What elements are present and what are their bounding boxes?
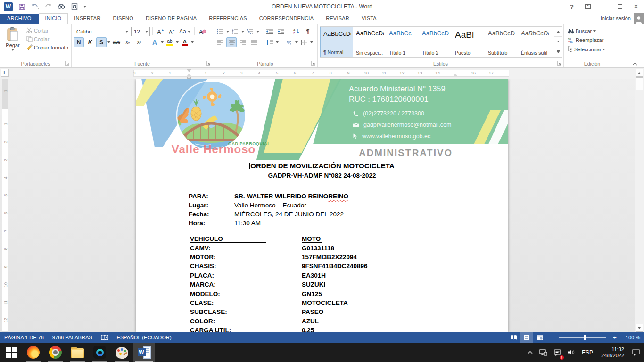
clipboard-dialog-launcher[interactable]: [65, 61, 70, 66]
justify-button[interactable]: [249, 37, 259, 47]
styles-dialog-launcher[interactable]: [557, 61, 562, 66]
cut-button[interactable]: Cortar: [25, 26, 70, 34]
styles-scroll-up[interactable]: [554, 27, 562, 37]
ribbon-tab[interactable]: VISTA: [355, 14, 383, 24]
word-count[interactable]: 9766 PALABRAS: [48, 332, 97, 343]
align-center-button[interactable]: [226, 37, 237, 47]
ribbon-tab[interactable]: REFERENCIAS: [203, 14, 253, 24]
clock[interactable]: 11:32 24/8/2022: [597, 346, 628, 359]
paragraph-dialog-launcher[interactable]: [311, 61, 316, 66]
zoom-in-button[interactable]: +: [611, 332, 619, 343]
style-item[interactable]: AaBbCc Título 1: [386, 27, 419, 57]
taskbar-firefox[interactable]: [22, 343, 44, 362]
bold-button[interactable]: N: [74, 37, 84, 47]
font-size-combo[interactable]: 12: [131, 27, 150, 36]
font-dialog-launcher[interactable]: [206, 61, 212, 66]
user-avatar[interactable]: [634, 13, 644, 24]
print-layout-button[interactable]: [520, 332, 533, 343]
clear-formatting-button[interactable]: A: [197, 26, 207, 36]
taskbar-file-explorer[interactable]: [66, 343, 89, 362]
taskbar-paint[interactable]: [111, 343, 133, 362]
ribbon-tab[interactable]: REVISAR: [320, 14, 355, 24]
style-item[interactable]: AaBbCcDc ¶ Normal: [320, 27, 353, 57]
borders-caret[interactable]: [310, 41, 313, 43]
replace-button[interactable]: abac Reemplazar: [566, 36, 619, 44]
highlight-caret[interactable]: [176, 41, 179, 43]
ribbon-tab[interactable]: INICIO: [39, 13, 68, 24]
italic-button[interactable]: K: [85, 37, 95, 47]
word-app-icon[interactable]: W: [4, 2, 13, 11]
styles-more-button[interactable]: [554, 47, 562, 57]
close-button[interactable]: ×: [628, 0, 644, 13]
language-indicator[interactable]: ESPAÑOL (ECUADOR): [113, 332, 176, 343]
first-line-indent-marker[interactable]: [187, 69, 191, 72]
line-spacing-button[interactable]: [264, 37, 275, 47]
numbering-button[interactable]: 1.2.3.: [230, 26, 240, 36]
sign-in-link[interactable]: Iniciar sesión: [601, 16, 631, 21]
find-button[interactable]: Buscar: [566, 27, 619, 35]
font-name-combo[interactable]: Calibri: [74, 27, 130, 36]
borders-button[interactable]: [299, 37, 309, 47]
taskbar-chrome[interactable]: [44, 343, 66, 362]
ribbon-tab[interactable]: CORRESPONDENCIA: [253, 14, 320, 24]
multilevel-caret[interactable]: [256, 31, 259, 33]
align-right-button[interactable]: [238, 37, 248, 47]
strikethrough-button[interactable]: abc: [111, 37, 122, 47]
subscript-button[interactable]: x₂: [123, 37, 133, 47]
find-icon[interactable]: [57, 2, 66, 11]
text-effects-button[interactable]: A: [149, 37, 160, 47]
taskbar-webex[interactable]: [89, 343, 111, 362]
scrollbar-thumb[interactable]: [636, 77, 643, 90]
zoom-slider-thumb[interactable]: [584, 335, 586, 340]
change-case-button[interactable]: Aa: [178, 26, 192, 36]
keyboard-language[interactable]: ESP: [579, 343, 595, 362]
underline-button[interactable]: S: [96, 37, 107, 47]
ribbon-display-button[interactable]: [580, 0, 596, 13]
numbering-caret[interactable]: [241, 31, 244, 33]
select-button[interactable]: Seleccionar: [566, 45, 619, 53]
scroll-down-button[interactable]: [636, 324, 643, 332]
speaker-icon[interactable]: [565, 343, 578, 362]
line-spacing-caret[interactable]: [276, 41, 279, 43]
show-marks-button[interactable]: ¶: [303, 26, 313, 36]
ribbon-tab[interactable]: DISEÑO: [107, 14, 140, 24]
taskbar-word[interactable]: W: [133, 343, 155, 362]
zoom-slider[interactable]: [559, 337, 606, 338]
customize-qat-icon[interactable]: [83, 6, 86, 8]
text-effects-caret[interactable]: [161, 41, 164, 43]
redo-icon[interactable]: [44, 2, 52, 11]
proofing-status[interactable]: [97, 332, 113, 343]
hanging-indent-marker[interactable]: [187, 74, 191, 76]
style-item[interactable]: AaBbCcDc Sin espaci...: [353, 27, 386, 57]
zoom-out-button[interactable]: –: [547, 332, 554, 343]
format-painter-button[interactable]: Copiar formato: [25, 43, 70, 51]
read-mode-button[interactable]: [507, 332, 520, 343]
paste-button[interactable]: Pegar: [2, 25, 24, 58]
sort-button[interactable]: AZ: [291, 26, 302, 36]
font-color-caret[interactable]: [191, 41, 194, 43]
decrease-indent-button[interactable]: [264, 26, 275, 36]
bullets-button[interactable]: [215, 26, 225, 36]
zoom-percentage[interactable]: 100 %: [619, 335, 640, 340]
scroll-up-button[interactable]: [636, 69, 643, 77]
action-center-icon[interactable]: !: [552, 343, 563, 362]
start-button[interactable]: [0, 343, 22, 362]
multilevel-list-button[interactable]: [245, 26, 256, 36]
print-preview-icon[interactable]: [70, 2, 79, 11]
underline-caret[interactable]: [107, 41, 110, 43]
copy-button[interactable]: Copiar: [25, 35, 70, 43]
minimize-button[interactable]: [596, 0, 612, 13]
web-layout-button[interactable]: [534, 332, 546, 343]
styles-scroll-down[interactable]: [554, 37, 562, 47]
highlight-button[interactable]: ab: [165, 37, 175, 47]
superscript-button[interactable]: x²: [134, 37, 144, 47]
page-indicator[interactable]: PÁGINA 1 DE 76: [0, 332, 48, 343]
vertical-ruler[interactable]: 1 123456789101112: [2, 79, 8, 332]
style-item[interactable]: AaBbCcD Título 2: [419, 27, 452, 57]
vertical-scrollbar[interactable]: [635, 68, 644, 332]
tray-chevron-icon[interactable]: [525, 343, 535, 362]
ribbon-tab[interactable]: ARCHIVO: [0, 14, 39, 24]
style-item[interactable]: AaBbCcD Subtítulo: [485, 27, 518, 57]
bullets-caret[interactable]: [226, 31, 229, 33]
tab-stop-selector[interactable]: L: [1, 69, 9, 77]
